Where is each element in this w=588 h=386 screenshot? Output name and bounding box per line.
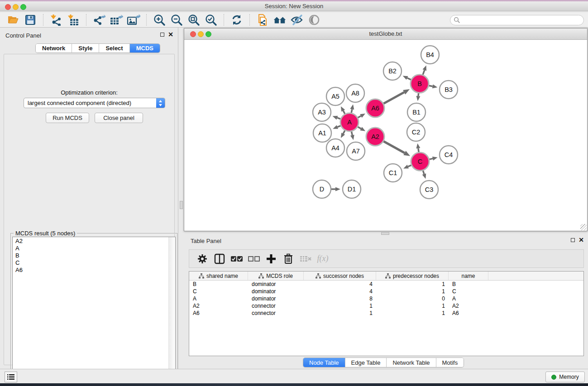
cell-predecessor-nodes[interactable]: 0 <box>376 295 449 302</box>
gear-icon[interactable] <box>195 252 210 266</box>
cell-successor-nodes[interactable]: 4 <box>304 288 376 295</box>
cell-shared-name[interactable]: A <box>189 295 248 302</box>
table-row[interactable]: A2connector11A2 <box>189 302 583 310</box>
mcds-result-item[interactable]: B <box>13 252 175 259</box>
edge-B-B2[interactable] <box>407 78 411 80</box>
export-table-icon[interactable] <box>110 14 123 26</box>
edge-C-C2[interactable] <box>418 148 419 152</box>
float-panel-icon[interactable] <box>571 238 575 242</box>
edge-B-B4[interactable] <box>423 70 425 75</box>
tab-network[interactable]: Network <box>36 44 72 52</box>
cell-successor-nodes[interactable]: 4 <box>304 281 376 288</box>
network-canvas[interactable]: B4B2BB3A8A5A6A3B1AC2A1A2A4A7C4CC1C3DD1 <box>184 40 587 231</box>
deselect-all-icon[interactable] <box>246 252 262 266</box>
cell-MCDS-role[interactable]: connector <box>248 310 304 317</box>
cell-name[interactable]: A6 <box>449 310 488 317</box>
edge-A-A8[interactable] <box>351 109 352 113</box>
table-row[interactable]: A6connector11A6 <box>189 310 583 317</box>
show-graphics-icon[interactable] <box>307 14 321 26</box>
tab-style[interactable]: Style <box>72 44 99 52</box>
close-panel-button[interactable]: Close panel <box>95 113 143 123</box>
optimization-criterion-select[interactable]: largest connected component (directed) <box>24 98 165 108</box>
mcds-result-item[interactable]: C <box>13 259 175 266</box>
cell-shared-name[interactable]: A6 <box>189 310 248 317</box>
vertical-splitter-handle[interactable] <box>180 201 183 209</box>
search-input[interactable] <box>450 15 584 25</box>
edge-A2-C[interactable] <box>383 141 405 153</box>
mcds-result-list[interactable]: A2ABCA6 <box>12 237 176 386</box>
resize-grip-icon[interactable] <box>580 224 587 230</box>
zoom-selected-icon[interactable] <box>204 14 218 26</box>
column-header-predecessor-nodes[interactable]: predecessor nodes <box>376 272 449 280</box>
cell-shared-name[interactable]: A2 <box>189 302 248 310</box>
column-header-shared-name[interactable]: shared name <box>189 272 248 280</box>
scrollbar[interactable] <box>168 237 175 385</box>
table-row[interactable]: Adominator80A <box>189 295 583 302</box>
table-row[interactable]: Cdominator41C <box>189 288 583 295</box>
cell-successor-nodes[interactable]: 1 <box>304 302 376 310</box>
import-table-icon[interactable] <box>67 14 80 26</box>
column-view-icon[interactable] <box>212 252 227 266</box>
task-history-button[interactable] <box>5 372 17 382</box>
tab-edge-table[interactable]: Edge Table <box>345 358 387 367</box>
mcds-result-item[interactable]: A <box>13 244 175 252</box>
edge-A-A4[interactable] <box>343 130 345 133</box>
column-header-MCDS-role[interactable]: MCDS role <box>248 272 304 280</box>
cell-name[interactable]: A <box>449 295 488 302</box>
mcds-result-item[interactable]: A6 <box>13 266 175 273</box>
hide-vizmap-icon[interactable] <box>290 14 304 26</box>
horizontal-splitter-handle[interactable] <box>381 232 389 235</box>
run-mcds-button[interactable]: Run MCDS <box>46 113 89 123</box>
select-all-icon[interactable] <box>229 252 244 266</box>
edge-A-A5[interactable] <box>343 111 345 114</box>
cell-predecessor-nodes[interactable]: 1 <box>376 281 449 288</box>
network-frame-titlebar[interactable]: testGlobe.txt <box>184 29 587 40</box>
edge-A-A7[interactable] <box>351 132 352 135</box>
close-panel-icon[interactable]: ✕ <box>168 32 173 37</box>
open-file-icon[interactable] <box>6 14 20 26</box>
tab-motifs[interactable]: Motifs <box>436 358 464 367</box>
edge-C-C1[interactable] <box>408 165 411 167</box>
cell-name[interactable]: A2 <box>449 302 488 310</box>
edge-B-B3[interactable] <box>429 86 433 86</box>
cell-shared-name[interactable]: B <box>189 281 248 288</box>
mcds-result-item[interactable]: A2 <box>13 237 175 244</box>
edge-A-A6[interactable] <box>358 116 361 118</box>
cell-MCDS-role[interactable]: dominator <box>248 295 304 302</box>
tab-mcds[interactable]: MCDS <box>130 44 160 52</box>
zoom-fit-icon[interactable] <box>187 14 201 26</box>
edge-A-A2[interactable] <box>358 127 361 129</box>
table-row[interactable]: Bdominator41B <box>189 281 583 288</box>
column-header-name[interactable]: name <box>449 272 488 280</box>
memory-button[interactable]: Memory <box>545 372 585 382</box>
zoom-out-icon[interactable] <box>170 14 183 26</box>
export-network-icon[interactable] <box>92 14 106 26</box>
add-column-icon[interactable] <box>263 252 279 266</box>
cell-MCDS-role[interactable]: connector <box>248 302 304 310</box>
cell-successor-nodes[interactable]: 8 <box>304 295 376 302</box>
cell-name[interactable]: B <box>449 281 488 288</box>
import-network-icon[interactable] <box>49 14 63 26</box>
save-session-icon[interactable] <box>24 14 37 26</box>
cell-MCDS-role[interactable]: dominator <box>248 288 304 295</box>
cell-MCDS-role[interactable]: dominator <box>248 281 304 288</box>
tab-node-table[interactable]: Node Table <box>303 358 345 367</box>
edge-A-A3[interactable] <box>337 118 340 119</box>
cell-name[interactable]: C <box>449 288 488 295</box>
cell-predecessor-nodes[interactable]: 1 <box>376 288 449 295</box>
float-panel-icon[interactable] <box>160 33 164 37</box>
edge-C-C4[interactable] <box>429 158 433 159</box>
cell-successor-nodes[interactable]: 1 <box>304 310 376 317</box>
tab-select[interactable]: Select <box>99 44 129 52</box>
export-image-icon[interactable] <box>127 14 140 26</box>
tab-network-table[interactable]: Network Table <box>387 358 436 367</box>
edge-B-B1[interactable] <box>418 93 419 96</box>
refresh-icon[interactable] <box>230 14 244 26</box>
close-panel-icon[interactable]: ✕ <box>578 238 584 242</box>
column-header-successor-nodes[interactable]: successor nodes <box>304 272 376 280</box>
delete-column-icon[interactable] <box>281 252 296 266</box>
first-neighbors-icon[interactable] <box>273 14 287 26</box>
edge-C-C3[interactable] <box>423 171 424 174</box>
edge-A-A1[interactable] <box>337 126 340 127</box>
clone-network-icon[interactable] <box>256 14 269 26</box>
